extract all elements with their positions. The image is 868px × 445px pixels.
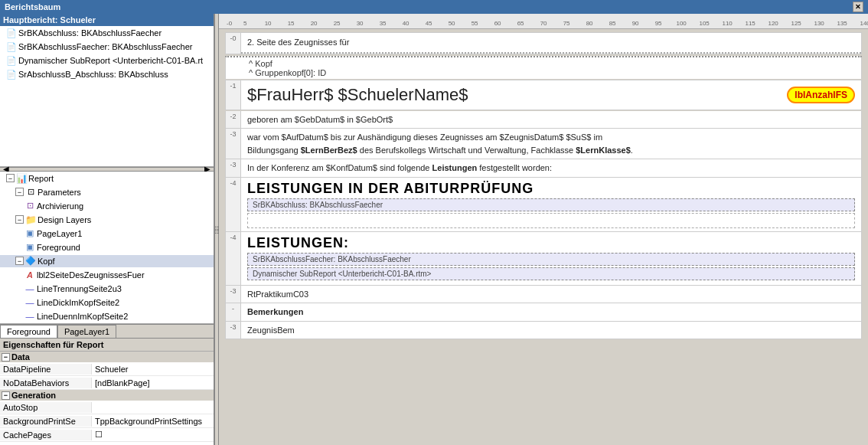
kopf-icon: 🔷 [25, 256, 36, 267]
props-section-generation[interactable]: − Generation [0, 390, 214, 401]
praktikum-text: RtPraktikumC03 [247, 290, 308, 299]
title-section: 2. Seite des Zeugnisses für [241, 33, 861, 54]
praktikum-section: RtPraktikumC03 [241, 286, 861, 303]
params-icon: ⊡ [25, 187, 36, 198]
tree-item-srabs[interactable]: 📄 SrAbschlussB_Abschluss: BKAbschluss [0, 67, 214, 81]
foreground-tab[interactable]: Foreground [0, 325, 57, 339]
margin-label-3b: -3 [226, 159, 241, 177]
line-icon-1: — [24, 283, 35, 294]
expand-design[interactable]: − [15, 215, 24, 224]
expand-report[interactable]: − [6, 174, 15, 182]
props-row-autostop: AutoStop [0, 401, 214, 414]
gruppenkopf-label: ^ Gruppenkopf[0]: ID [249, 68, 855, 77]
tree-item-archiv[interactable]: ⊡ Archivierung [0, 199, 214, 213]
tree-item-linedick[interactable]: — LineDickImKopfSeite2 [0, 296, 214, 309]
param-icon: ⊡ [24, 201, 35, 211]
props-header: Eigenschaften für Report [0, 339, 214, 352]
close-button[interactable]: ✕ [853, 2, 863, 12]
props-row-datapipeline: DataPipeline Schueler [0, 362, 214, 376]
tree-item-params[interactable]: − ⊡ Parameters [0, 185, 214, 199]
war-text1: war vom $AufDatum$ bis zur Aushändigung … [247, 131, 855, 144]
report-tree: − 📊 Report − ⊡ Parameters ⊡ [0, 172, 214, 324]
label-A-icon: A [24, 270, 35, 280]
expand-kopf[interactable]: − [15, 257, 24, 265]
tree-item-foreground[interactable]: ▣ Foreground [0, 240, 214, 254]
props-row-bgprint: BackgroundPrintSe TppBackgroundPrintSett… [0, 414, 214, 428]
tree-item-lbl3[interactable]: A lbl3SeiteDesZeugnissesFuer [0, 323, 214, 324]
margin-label-1: -1 [226, 80, 241, 110]
kopf-label-area: ^ Kopf ^ Gruppenkopf[0]: ID [225, 57, 862, 79]
margin-label-3d: -3 [226, 322, 241, 339]
title-bar-controls: ✕ [853, 2, 863, 12]
subreport-bar-2: SrBKAbschlussFaecher: BKAbschlussFaecher [247, 253, 855, 266]
margin-label-4a: -4 [226, 178, 241, 231]
tree-item-lineduenn[interactable]: — LineDuennImKopfSeite2 [0, 309, 214, 323]
ruler-marks: -0 5 10 15 20 25 30 35 40 45 50 55 60 65… [227, 20, 868, 28]
ruler-top: -0 5 10 15 20 25 30 35 40 45 50 55 60 65… [219, 14, 868, 29]
subreport-placeholder-1 [247, 213, 855, 228]
konf-text: In der Konferenz am $KonfDatum$ sind fol… [247, 163, 552, 172]
margin-label-3a: -3 [226, 129, 241, 159]
tree-item-design[interactable]: − 📁 Design Layers [0, 213, 214, 227]
born-section: geboren am $GebDatum$ in $GebOrt$ [241, 111, 861, 129]
war-text2: Bildungsgang $LernBerBez$ des Berufskoll… [247, 144, 855, 157]
props-content: − Data DataPipeline Schueler NoDataBehav… [0, 352, 214, 445]
subreport-bar-3: Dynamischer SubReport <Unterbericht-C01-… [247, 267, 855, 280]
layer-tabs: Foreground PageLayer1 [0, 324, 214, 338]
margin-label-0: -0 [226, 33, 241, 54]
page-icon-2: 📄 [6, 41, 17, 52]
margin-label-3c: -3 [226, 286, 241, 303]
page-icon-4: 📄 [6, 69, 17, 80]
report-icon: 📊 [16, 173, 27, 184]
subreport-bar-1: SrBKAbschluss: BKAbschlussFaecher [247, 198, 855, 211]
tree-item-linetr[interactable]: — LineTrennungSeite2u3 [0, 282, 214, 296]
konf-section: In der Konferenz am $KonfDatum$ sind fol… [241, 159, 861, 177]
leistungen2-section: LEISTUNGEN: SrBKAbschlussFaecher: BKAbsc… [241, 232, 861, 285]
margin-label-dash: - [226, 303, 241, 321]
page-icon-3: 📄 [6, 55, 17, 66]
leistungen-section: LEISTUNGEN IN DER ABITURPRÜFUNG SrBKAbsc… [241, 178, 861, 231]
bemerk-text: Bemerkungen [247, 307, 303, 316]
page-icon: 📄 [6, 28, 17, 38]
foreground-icon: ▣ [24, 242, 35, 253]
zeugnis-section: ZeugnisBem [241, 322, 861, 339]
tree-item-srbk2[interactable]: 📄 SrBKAbschlussFaecher: BKAbschlussFaech… [0, 40, 214, 54]
props-title: Eigenschaften für Report [3, 340, 103, 349]
props-row-nodatabehaviors: NoDataBehaviors [ndBlankPage] [0, 376, 214, 390]
tree-item-dyn[interactable]: 📄 Dynamischer SubReport <Unterbericht-C0… [0, 54, 214, 67]
tree-header: Hauptbericht: Schueler [0, 14, 214, 26]
canvas-area: -0 5 10 15 20 25 30 35 40 45 50 55 60 65… [219, 14, 868, 445]
kopf-label: ^ Kopf [249, 59, 855, 68]
tree-header-label: Hauptbericht: Schueler [3, 15, 96, 25]
title-bar-label: Berichtsbaum [5, 2, 60, 11]
name-text: $FrauHerr$ $SchuelerName$ [247, 85, 468, 105]
tree-item-lbl2[interactable]: A lbl2SeiteDesZeugnissesFuer [0, 268, 214, 282]
properties-panel: Eigenschaften für Report − Data DataPipe… [0, 338, 214, 445]
canvas-scroll[interactable]: -0 2. Seite des Zeugnisses für ^ Kopf ^ … [219, 29, 868, 445]
expand-params[interactable]: − [15, 188, 24, 196]
margin-label-2: -2 [226, 111, 241, 129]
tree-item-report[interactable]: − 📊 Report [0, 172, 214, 185]
title-bar: Berichtsbaum ✕ [0, 0, 868, 14]
pagelayer1-tab[interactable]: PageLayer1 [57, 325, 116, 338]
tree-item-page1[interactable]: ▣ PageLayer1 [0, 227, 214, 240]
margin-label-4b: -4 [226, 232, 241, 285]
props-row-cachepages: CachePages ☐ [0, 428, 214, 442]
pagelayer-icon: ▣ [24, 228, 35, 239]
props-section-data[interactable]: − Data [0, 352, 214, 362]
leistungen-heading: LEISTUNGEN IN DER ABITURPRÜFUNG [247, 181, 855, 197]
line-icon-3: — [24, 311, 35, 322]
berichts-tree: 📄 SrBKAbschluss: BKAbschlussFaecher 📄 Sr… [0, 26, 214, 166]
name-section: $FrauHerr$ $SchuelerName$ lblAnzahlFS [241, 80, 861, 110]
tree-item-srbk1[interactable]: 📄 SrBKAbschluss: BKAbschlussFaecher [0, 26, 214, 40]
leistungen2-heading: LEISTUNGEN: [247, 235, 855, 251]
bemerk-section: Bemerkungen [241, 303, 861, 321]
born-text: geboren am $GebDatum$ in $GebOrt$ [247, 115, 393, 124]
tree-item-kopf[interactable]: − 🔷 Kopf [0, 254, 214, 268]
folder-icon: 📁 [25, 214, 36, 225]
line-icon-2: — [24, 297, 35, 308]
title-text: 2. Seite des Zeugnisses für [247, 38, 349, 47]
war-section: war vom $AufDatum$ bis zur Aushändigung … [241, 129, 861, 159]
highlighted-lbl: lblAnzahlFS [787, 87, 855, 103]
zeugnis-text: ZeugnisBem [247, 326, 295, 335]
